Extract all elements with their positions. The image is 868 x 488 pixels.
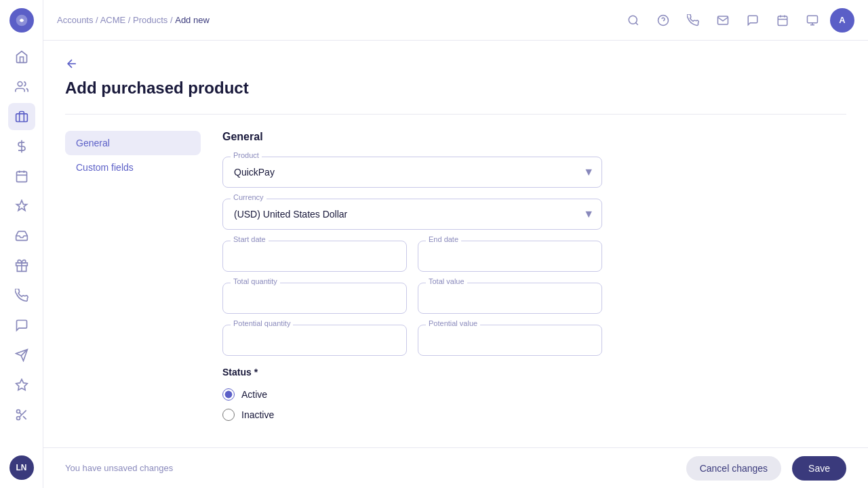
svg-rect-22 <box>778 16 787 26</box>
svg-rect-4 <box>16 171 26 182</box>
status-title: Status * <box>222 367 602 378</box>
app-logo[interactable] <box>9 8 34 33</box>
status-active-radio[interactable] <box>222 388 235 401</box>
status-inactive-radio[interactable] <box>222 409 235 421</box>
svg-point-18 <box>629 16 637 24</box>
potential-value-input[interactable] <box>418 325 602 356</box>
nav-item-general[interactable]: General <box>65 131 201 155</box>
breadcrumb-current: Add new <box>175 15 210 25</box>
page-divider <box>65 114 846 115</box>
page-container: Add purchased product General Custom fie… <box>43 41 868 488</box>
chat-icon[interactable] <box>741 8 765 33</box>
sidebar-item-briefcase[interactable] <box>8 103 35 130</box>
total-quantity-field: Total quantity <box>222 283 407 314</box>
product-field: Product QuickPay ▼ <box>222 157 602 188</box>
total-value-label: Total value <box>426 277 467 285</box>
total-row: Total quantity Total value <box>222 283 602 314</box>
start-date-field: Start date <box>222 241 407 272</box>
back-button[interactable] <box>65 57 79 70</box>
currency-field: Currency (USD) United States Dollar ▼ <box>222 199 602 230</box>
footer-bar: You have unsaved changes Cancel changes … <box>43 447 868 488</box>
nav-item-custom-fields[interactable]: Custom fields <box>65 155 201 180</box>
svg-marker-12 <box>16 380 27 390</box>
svg-line-16 <box>23 416 26 420</box>
svg-point-1 <box>18 82 22 87</box>
breadcrumb-acme[interactable]: ACME <box>100 15 126 25</box>
date-row: Start date End date <box>222 241 602 272</box>
topbar-user-avatar[interactable]: A <box>830 8 854 33</box>
sidebar-item-inbox[interactable] <box>8 222 35 249</box>
total-quantity-input[interactable] <box>222 283 407 314</box>
content: Add purchased product General Custom fie… <box>43 41 868 488</box>
page-title: Add purchased product <box>65 79 846 98</box>
sidebar-item-star[interactable] <box>8 371 35 399</box>
svg-point-14 <box>16 417 20 420</box>
total-quantity-label: Total quantity <box>231 277 280 285</box>
end-date-field: End date <box>418 241 602 272</box>
potential-value-field: Potential value <box>418 325 602 356</box>
sidebar-item-users[interactable] <box>8 73 35 100</box>
start-date-input[interactable] <box>222 241 407 272</box>
status-section: Status * Active Inactive <box>222 367 602 421</box>
calendar-icon[interactable] <box>770 8 795 33</box>
sidebar-item-pin[interactable] <box>8 192 35 220</box>
potential-quantity-label: Potential quantity <box>231 319 293 327</box>
potential-quantity-field: Potential quantity <box>222 325 407 356</box>
screen-icon[interactable] <box>800 8 825 33</box>
currency-select[interactable]: (USD) United States Dollar <box>222 199 602 230</box>
status-inactive-label: Inactive <box>241 409 274 420</box>
currency-label: Currency <box>231 193 267 201</box>
mail-icon[interactable] <box>711 8 735 33</box>
end-date-input[interactable] <box>418 241 602 272</box>
form-nav: General Custom fields <box>65 131 201 429</box>
sidebar-item-phone[interactable] <box>8 282 35 309</box>
potential-value-label: Potential value <box>426 319 480 327</box>
sidebar-item-calendar[interactable] <box>8 163 35 190</box>
section-title: General <box>222 131 602 143</box>
topbar-icons: A <box>621 8 854 33</box>
unsaved-message: You have unsaved changes <box>65 463 675 473</box>
help-icon[interactable] <box>651 8 675 33</box>
sidebar-item-gift[interactable] <box>8 252 35 279</box>
potential-quantity-input[interactable] <box>222 325 407 356</box>
svg-line-19 <box>635 22 637 24</box>
sidebar-item-dollar[interactable] <box>8 133 35 160</box>
cancel-changes-button[interactable]: Cancel changes <box>686 456 781 481</box>
form-layout: General Custom fields General Product Qu… <box>65 131 846 429</box>
status-active-option[interactable]: Active <box>222 388 602 401</box>
sidebar-item-chat[interactable] <box>8 312 35 339</box>
sidebar-item-send[interactable] <box>8 342 35 369</box>
svg-point-13 <box>16 410 20 413</box>
breadcrumb: Accounts / ACME / Products / Add new <box>57 15 613 25</box>
topbar: Accounts / ACME / Products / Add new <box>43 0 868 41</box>
status-active-label: Active <box>241 389 267 400</box>
sidebar-item-home[interactable] <box>8 43 35 70</box>
user-avatar[interactable]: LN <box>9 455 34 480</box>
main-area: Accounts / ACME / Products / Add new <box>43 0 868 488</box>
total-value-field: Total value <box>418 283 602 314</box>
svg-line-17 <box>19 413 21 415</box>
total-value-input[interactable] <box>418 283 602 314</box>
phone-icon[interactable] <box>681 8 705 33</box>
product-label: Product <box>231 151 262 159</box>
form-area: General Product QuickPay ▼ Currency (USD <box>222 131 602 429</box>
end-date-label: End date <box>426 235 461 243</box>
sidebar: LN <box>0 0 43 488</box>
svg-rect-26 <box>808 16 818 23</box>
search-icon[interactable] <box>621 8 646 33</box>
svg-rect-2 <box>16 114 27 122</box>
breadcrumb-products[interactable]: Products <box>133 15 167 25</box>
potential-row: Potential quantity Potential value <box>222 325 602 356</box>
save-button[interactable]: Save <box>792 456 846 481</box>
start-date-label: Start date <box>231 235 269 243</box>
status-inactive-option[interactable]: Inactive <box>222 409 602 421</box>
breadcrumb-accounts[interactable]: Accounts <box>57 15 93 25</box>
product-select[interactable]: QuickPay <box>222 157 602 188</box>
sidebar-item-scissors[interactable] <box>8 401 35 428</box>
